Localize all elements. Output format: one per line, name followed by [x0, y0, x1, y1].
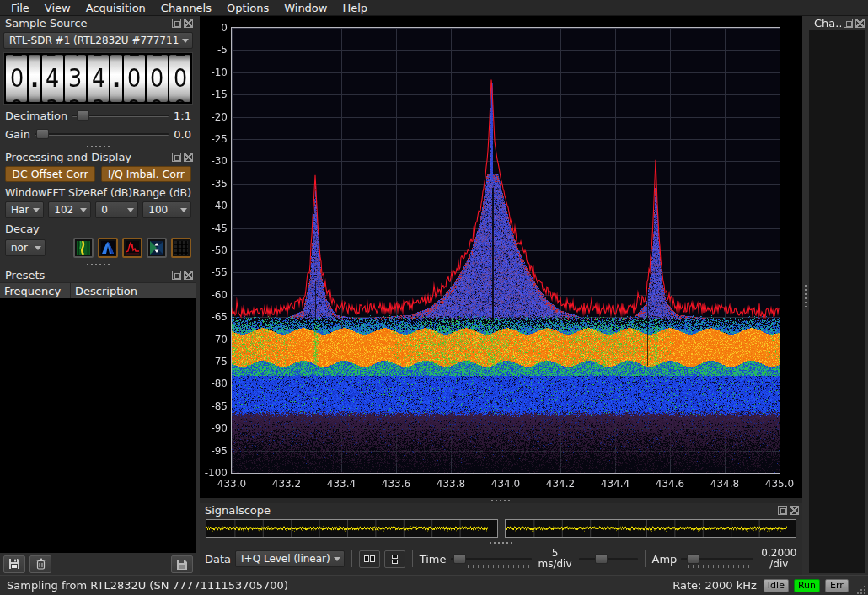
save-preset-button[interactable]: [3, 555, 25, 573]
load-preset-button[interactable]: [171, 555, 193, 573]
close-panel-icon[interactable]: [184, 153, 193, 162]
range-label: Range (dB): [132, 186, 191, 199]
scope-display-q[interactable]: [505, 519, 797, 538]
menu-view[interactable]: View: [37, 1, 78, 15]
fft-labels-row: Window FFT Size Ref (dB) Range (dB): [0, 184, 196, 200]
dial-wheel[interactable]: .: [29, 55, 40, 102]
presets-title: Presets: [5, 269, 169, 281]
float-panel-icon[interactable]: [844, 19, 853, 28]
dock-splitter-handle[interactable]: [0, 143, 196, 150]
float-panel-icon[interactable]: [778, 506, 787, 515]
menu-channels[interactable]: Channels: [153, 1, 219, 15]
scope-display-i[interactable]: [206, 519, 498, 538]
dial-wheel[interactable]: 432: [65, 55, 86, 102]
presets-table-body[interactable]: [0, 298, 196, 553]
signalscope-title: Signalscope: [205, 504, 775, 517]
column-description[interactable]: Description: [71, 285, 196, 298]
horizontal-split-icon: [364, 555, 369, 562]
dial-wheel[interactable]: 543: [42, 55, 63, 102]
vertical-split-button[interactable]: [384, 550, 405, 568]
frequency-dial[interactable]: 109.543432543.109109109: [3, 52, 193, 105]
menu-window[interactable]: Window: [276, 1, 335, 15]
time-fine-slider[interactable]: [579, 553, 638, 565]
grid-mode-button[interactable]: [171, 238, 191, 258]
amp-value: 0.2000/div: [758, 548, 800, 570]
close-panel-icon[interactable]: [184, 19, 193, 28]
presets-table-header[interactable]: Frequency Description: [0, 282, 196, 298]
window-select[interactable]: Har: [5, 201, 44, 218]
spectrum-canvas[interactable]: [200, 16, 802, 498]
horizontal-split-button[interactable]: [359, 550, 380, 568]
sample-source-header: Sample Source: [0, 16, 196, 30]
waterfall-icon: [77, 241, 90, 255]
decimation-slider[interactable]: [72, 110, 169, 121]
channels-dock: Cha...: [809, 16, 868, 575]
signalscope-panel: Signalscope Data I+Q Level (linear): [200, 503, 802, 575]
decay-select[interactable]: nor: [5, 239, 46, 256]
histogram-mode-button[interactable]: [98, 238, 118, 258]
close-panel-icon[interactable]: [855, 19, 865, 28]
menu-file[interactable]: File: [3, 1, 37, 15]
spectrum-display[interactable]: [200, 16, 802, 498]
scope-splitter-handle[interactable]: [200, 539, 802, 546]
processing-header: Processing and Display: [0, 150, 196, 164]
save-icon: [8, 558, 20, 570]
dial-wheel[interactable]: 109: [169, 55, 190, 102]
fft-size-select[interactable]: 102: [48, 201, 91, 218]
dial-wheel[interactable]: 109: [147, 55, 168, 102]
dock-splitter-handle[interactable]: [0, 261, 196, 268]
amp-slider[interactable]: [681, 553, 753, 565]
gain-row: Gain 0.0: [0, 125, 196, 143]
channels-title: Cha...: [814, 17, 841, 29]
dial-wheel[interactable]: 109: [6, 55, 27, 102]
idle-indicator[interactable]: Idle: [764, 579, 789, 592]
menu-options[interactable]: Options: [219, 1, 276, 15]
menu-help[interactable]: Help: [335, 1, 375, 15]
decimation-row: Decimation 1:1: [0, 106, 196, 125]
float-panel-icon[interactable]: [172, 153, 181, 162]
main-area: Signalscope Data I+Q Level (linear): [200, 16, 802, 575]
scope-data-select[interactable]: I+Q Level (linear): [235, 550, 345, 567]
float-panel-icon[interactable]: [172, 19, 181, 28]
window-label: Window: [5, 186, 46, 199]
max-hold-mode-button[interactable]: [122, 238, 142, 258]
presets-actions: [0, 553, 196, 575]
amp-label: Amp: [652, 553, 678, 566]
close-panel-icon[interactable]: [184, 271, 193, 280]
gain-slider[interactable]: [35, 128, 169, 140]
left-dock: Sample Source RTL-SDR #1 (RTL2832U #7777…: [0, 16, 196, 575]
dial-wheel[interactable]: 109: [124, 55, 145, 102]
close-panel-icon[interactable]: [790, 506, 799, 515]
chevron-down-icon: [182, 39, 189, 43]
menu-acquisition[interactable]: Acquisition: [78, 1, 153, 15]
sample-source-title: Sample Source: [5, 17, 169, 29]
float-panel-icon[interactable]: [172, 271, 181, 280]
run-indicator[interactable]: Run: [794, 579, 820, 592]
iq-imbal-corr-button[interactable]: I/Q Imbal. Corr: [101, 166, 191, 182]
invert-waterfall-mode-button[interactable]: [147, 238, 167, 258]
chevron-down-icon: [180, 208, 187, 212]
time-slider[interactable]: [451, 553, 532, 565]
display-mode-buttons: [73, 238, 191, 258]
dc-offset-corr-button[interactable]: DC Offset Corr: [5, 166, 95, 182]
delete-preset-button[interactable]: [29, 555, 51, 573]
chevron-down-icon: [127, 208, 134, 212]
vertical-splitter[interactable]: [802, 16, 809, 575]
range-select[interactable]: 100: [142, 201, 191, 218]
channels-content[interactable]: [809, 30, 865, 573]
ref-label: Ref (dB): [90, 186, 132, 199]
err-indicator[interactable]: Err: [825, 579, 849, 592]
dial-wheel[interactable]: .: [110, 55, 122, 102]
resize-grip-icon[interactable]: [855, 584, 866, 595]
dial-wheel[interactable]: 543: [88, 55, 109, 102]
status-message: Sampling from RTL2832U (SN 7777111153705…: [7, 579, 672, 592]
time-value: 5ms/div: [536, 548, 575, 570]
column-frequency[interactable]: Frequency: [0, 283, 71, 298]
waterfall-mode-button[interactable]: [73, 238, 94, 258]
ref-select[interactable]: 0: [95, 201, 138, 218]
sample-rate: Rate: 2000 kHz: [672, 579, 757, 592]
grid-icon: [174, 241, 188, 255]
status-bar: Sampling from RTL2832U (SN 7777111153705…: [0, 575, 868, 595]
device-select[interactable]: RTL-SDR #1 (RTL2832U #777711: [3, 32, 193, 49]
presets-header: Presets: [0, 268, 196, 282]
